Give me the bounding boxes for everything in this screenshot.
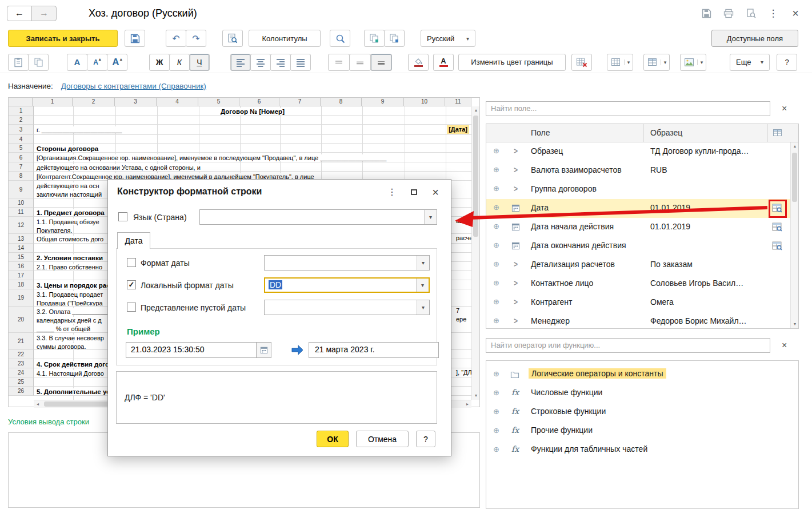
field-row[interactable]: ⊕>Контактное лицоСоловьев Игорь Васил…	[486, 275, 790, 293]
expand-icon[interactable]: ⊕	[493, 446, 499, 453]
row-header[interactable]: 5	[9, 144, 34, 153]
row-header[interactable]: 21	[9, 333, 34, 350]
language-checkbox[interactable]	[118, 212, 127, 221]
row-header[interactable]: 9	[9, 181, 34, 198]
column-header[interactable]: 8	[321, 98, 362, 106]
change-border-color-button[interactable]: Изменить цвет границы	[458, 54, 566, 71]
expand-icon[interactable]: ⊕	[493, 317, 499, 324]
clear-search-icon[interactable]: ×	[782, 341, 787, 350]
scroll-left-icon[interactable]: ◂	[34, 400, 42, 408]
border-style-1-button[interactable]	[328, 54, 350, 71]
save-icon[interactable]	[700, 7, 713, 19]
language-selector[interactable]: Русский ▾	[421, 30, 475, 47]
dropdown-icon[interactable]: ▾	[416, 279, 429, 292]
column-header[interactable]: 3	[115, 98, 157, 106]
window-close-icon[interactable]: ×	[789, 7, 802, 19]
picture-dropdown-button[interactable]: ▾	[680, 54, 706, 71]
column-header-field[interactable]: Поле	[531, 128, 550, 137]
scroll-up-icon[interactable]: ▴	[791, 142, 799, 150]
row-header[interactable]: 6	[9, 153, 34, 162]
dialog-maximize-icon[interactable]	[407, 186, 420, 198]
row-header[interactable]: 14	[9, 244, 34, 253]
underline-button[interactable]: Ч	[189, 54, 210, 71]
row-cells[interactable]: [Организация.Сокращенное юр. наименовани…	[34, 153, 471, 162]
row-header[interactable]: 4	[9, 135, 34, 144]
print-preview-icon[interactable]	[745, 7, 757, 19]
expand-icon[interactable]: ⊕	[493, 279, 499, 287]
date-format-combo[interactable]: ▾	[264, 255, 430, 271]
language-combo[interactable]: ▾	[199, 209, 437, 225]
row-header[interactable]: 2	[9, 116, 34, 125]
tab-date[interactable]: Дата	[117, 232, 150, 249]
copy-button[interactable]	[28, 54, 49, 71]
row-cells[interactable]: действующего на основании Устава, с одно…	[34, 162, 471, 172]
field-search-input[interactable]	[486, 101, 770, 116]
column-header[interactable]: 11	[445, 98, 471, 106]
redo-button[interactable]: ↷	[186, 30, 206, 47]
row-header[interactable]: 17	[9, 271, 34, 280]
dropdown-icon[interactable]: ▾	[417, 300, 429, 315]
operator-group-row[interactable]: ⊕fxЧисловые функции	[486, 384, 798, 403]
row-cells[interactable]: Стороны договора	[34, 144, 471, 153]
local-format-combo[interactable]: DD▾	[264, 277, 430, 293]
more-button[interactable]: Еще ▾	[730, 54, 770, 71]
paste-button[interactable]	[8, 54, 29, 71]
row-header[interactable]: 25	[9, 377, 34, 387]
expand-icon[interactable]: ⊕	[493, 370, 499, 377]
scroll-right-icon[interactable]: ▸	[463, 400, 471, 408]
bold-button[interactable]: Ж	[149, 54, 170, 71]
field-row[interactable]: ⊕>МенеджерФедоров Борис Михайл…	[486, 312, 790, 329]
column-header[interactable]: 9	[362, 98, 404, 106]
expand-icon[interactable]: ⊕	[493, 427, 499, 434]
row-header[interactable]: 7	[9, 162, 34, 172]
available-fields-button[interactable]: Доступные поля	[711, 30, 798, 47]
expand-icon[interactable]: ⊕	[493, 241, 499, 249]
align-right-button[interactable]	[270, 54, 291, 71]
column-header[interactable]: 6	[239, 98, 279, 106]
field-row[interactable]: ⊕Дата окончания действия	[486, 237, 790, 256]
row-cells[interactable]	[34, 135, 471, 144]
scroll-up-icon[interactable]: ▴	[472, 106, 480, 114]
row-header[interactable]: 18	[9, 280, 34, 289]
fill-color-button[interactable]	[408, 54, 429, 71]
back-button[interactable]: ←	[7, 6, 32, 21]
headers-footers-button[interactable]: Колонтитулы	[249, 30, 321, 47]
expand-icon[interactable]: ⊕	[493, 408, 499, 415]
expand-icon[interactable]: ⊕	[493, 389, 499, 396]
row-header[interactable]: 10	[9, 198, 34, 208]
clear-search-icon[interactable]: ×	[782, 104, 787, 113]
italic-button[interactable]: К	[169, 54, 190, 71]
dialog-menu-icon[interactable]: ⋮	[386, 186, 398, 198]
row-header[interactable]: 16	[9, 262, 34, 271]
calendar-picker-button[interactable]	[256, 343, 271, 357]
row-header[interactable]: 13	[9, 234, 34, 244]
paste-style-button[interactable]	[384, 30, 405, 47]
save-button[interactable]	[125, 30, 145, 47]
fields-scrollbar[interactable]: ▴ ▾	[790, 142, 798, 328]
border-style-3-button[interactable]	[370, 54, 392, 71]
expand-icon[interactable]: ⊕	[493, 260, 499, 268]
row-header[interactable]: 20	[9, 307, 34, 333]
column-header[interactable]: 4	[157, 98, 198, 106]
dialog-close-icon[interactable]: ×	[429, 186, 442, 198]
save-and-close-button[interactable]: Записать и закрыть	[8, 30, 118, 47]
font-size-increase-button[interactable]: А▴	[107, 54, 127, 71]
expand-icon[interactable]: ⊕	[493, 185, 499, 192]
row-header[interactable]: 24	[9, 368, 34, 377]
borders-dropdown-button[interactable]: ▾	[607, 54, 633, 71]
column-header-sample[interactable]: Образец	[650, 128, 682, 137]
column-header[interactable]: 10	[404, 98, 445, 106]
sheet-corner-cell[interactable]	[9, 98, 33, 106]
operator-group-row[interactable]: ⊕fxСтроковые функции	[486, 403, 798, 422]
scroll-down-icon[interactable]: ▾	[791, 320, 799, 328]
align-left-button[interactable]	[230, 54, 251, 71]
find-button[interactable]	[222, 30, 243, 47]
scroll-down-icon[interactable]: ▾	[472, 392, 480, 400]
row-header[interactable]: 3	[9, 125, 34, 135]
field-row[interactable]: ⊕Дата начала действия01.01.2019	[486, 218, 790, 237]
row-cells[interactable]: Договор № [Номер]	[34, 106, 471, 116]
menu-kebab-icon[interactable]: ⋮	[767, 7, 779, 19]
assignment-link[interactable]: Договоры с контрагентами (Справочник)	[61, 82, 206, 90]
expand-icon[interactable]: ⊕	[493, 166, 499, 173]
row-output-conditions-link[interactable]: Условия вывода строки	[8, 417, 89, 426]
